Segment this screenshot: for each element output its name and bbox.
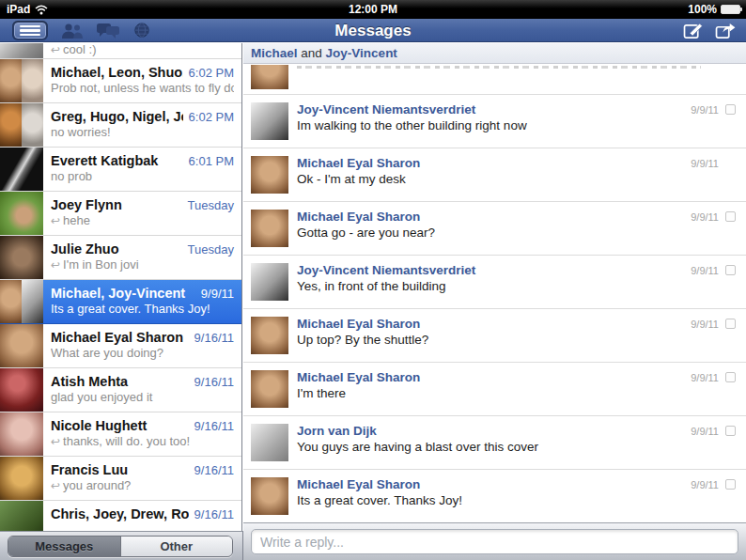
participant-link[interactable]: Michael bbox=[251, 46, 298, 60]
conversation-name: Michael Eyal Sharon bbox=[51, 330, 189, 345]
nav-bar: Messages bbox=[0, 19, 746, 42]
avatar bbox=[0, 324, 43, 367]
reply-icon: ↩ bbox=[51, 214, 60, 227]
avatar bbox=[0, 412, 43, 456]
avatar[interactable] bbox=[251, 102, 288, 140]
message-date: 9/9/11 bbox=[691, 265, 719, 276]
conversation-name: Chris, Joey, Drew, Rob, Fr... bbox=[51, 506, 189, 521]
conversation-preview: ↩I'm in Bon jovi bbox=[51, 257, 234, 272]
conversation-item[interactable]: Joey FlynnTuesday ↩hehe bbox=[0, 192, 241, 236]
avatar bbox=[0, 280, 43, 323]
conversation-name: Nicole Hughett bbox=[51, 418, 189, 433]
avatar bbox=[0, 192, 43, 235]
message-date: 9/9/11 bbox=[691, 479, 719, 490]
avatar bbox=[0, 236, 43, 279]
message-checkbox[interactable] bbox=[725, 372, 736, 382]
share-icon[interactable] bbox=[714, 23, 737, 39]
message-row: Michael Eyal Sharon Its a great cover. T… bbox=[243, 470, 746, 523]
message-text: Up top? By the shuttle? bbox=[297, 333, 657, 347]
message-text: Its a great cover. Thanks Joy! bbox=[297, 493, 657, 507]
avatar[interactable] bbox=[251, 263, 288, 301]
avatar[interactable] bbox=[251, 424, 288, 461]
battery-icon bbox=[721, 5, 740, 14]
avatar[interactable] bbox=[251, 317, 288, 354]
message-checkbox[interactable] bbox=[725, 104, 736, 115]
sender-link[interactable]: Michael Eyal Sharon bbox=[297, 210, 657, 224]
message-text: Gotta go - are you near? bbox=[297, 226, 657, 240]
app-screen: iPad 12:00 PM 100% bbox=[0, 0, 746, 560]
messages-other-segmented-control: Messages Other bbox=[8, 536, 233, 557]
conversation-item[interactable]: Julie ZhuoTuesday ↩I'm in Bon jovi bbox=[0, 236, 241, 280]
avatar bbox=[0, 59, 43, 102]
conversation-item[interactable]: Francis Luu9/16/11 ↩you around? bbox=[0, 457, 241, 501]
message-row-partial bbox=[243, 65, 746, 95]
message-row: Michael Eyal Sharon I'm there 9/9/11 bbox=[243, 363, 746, 416]
conversation-item[interactable]: Michael Eyal Sharon9/16/11 What are you … bbox=[0, 324, 241, 368]
sender-link[interactable]: Jorn van Dijk bbox=[297, 424, 657, 438]
sender-link[interactable]: Michael Eyal Sharon bbox=[297, 317, 657, 331]
sidebar-toolbar: Messages Other bbox=[0, 531, 243, 560]
message-checkbox[interactable] bbox=[725, 319, 736, 329]
avatar[interactable] bbox=[251, 65, 288, 89]
avatar bbox=[0, 457, 43, 500]
conversation-time: 9/16/11 bbox=[194, 331, 234, 345]
conversation-list: ↩cool :) Michael, Leon, Shuo, Jona...6:0… bbox=[0, 43, 242, 531]
message-checkbox[interactable] bbox=[725, 211, 736, 222]
tab-messages[interactable]: Messages bbox=[8, 537, 120, 556]
battery-percent: 100% bbox=[688, 3, 717, 16]
conversation-preview: no prob bbox=[51, 169, 234, 183]
sender-link[interactable]: Joy-Vincent Niemantsverdriet bbox=[297, 263, 657, 277]
message-text: Yes, in front of the building bbox=[297, 279, 657, 293]
avatar[interactable] bbox=[251, 156, 288, 194]
reply-icon: ↩ bbox=[51, 43, 60, 56]
conversation-name: Michael, Leon, Shuo, Jona... bbox=[51, 65, 183, 80]
participant-link[interactable]: Joy-Vincent bbox=[326, 46, 397, 60]
conversation-item[interactable]: Greg, Hugo, Nigel, Jeff,...6:02 PM no wo… bbox=[0, 103, 241, 148]
conversation-name: Julie Zhuo bbox=[51, 241, 182, 257]
conversation-item[interactable]: Everett Katigbak6:01 PM no prob bbox=[0, 148, 241, 192]
conversation-name: Michael, Joy-Vincent bbox=[51, 286, 195, 301]
message-text: You guys are having a blast over this co… bbox=[297, 440, 657, 454]
conversation-name: Greg, Hugo, Nigel, Jeff,... bbox=[51, 109, 183, 124]
conversation-preview: ↩you around? bbox=[51, 478, 234, 492]
message-row: Michael Eyal Sharon Gotta go - are you n… bbox=[243, 202, 746, 256]
conversation-name: Atish Mehta bbox=[51, 374, 189, 389]
message-checkbox[interactable] bbox=[725, 479, 736, 490]
conversation-item-partial[interactable]: ↩cool :) bbox=[0, 43, 241, 59]
reply-input[interactable] bbox=[251, 529, 738, 554]
sender-link[interactable]: Michael Eyal Sharon bbox=[297, 477, 657, 491]
message-text: Ok - I'm at my desk bbox=[297, 172, 657, 186]
conversation-item[interactable]: Michael, Leon, Shuo, Jona...6:02 PM Prob… bbox=[0, 59, 241, 103]
thread-header: Michael and Joy-Vincent bbox=[243, 43, 746, 64]
reply-icon: ↩ bbox=[51, 258, 60, 272]
message-date: 9/9/11 bbox=[691, 426, 719, 437]
message-text: Im walking to the other building right n… bbox=[297, 118, 657, 132]
message-checkbox[interactable] bbox=[725, 265, 736, 275]
message-row: Joy-Vincent Niemantsverdriet Im walking … bbox=[243, 95, 746, 148]
sender-link[interactable]: Joy-Vincent Niemantsverdriet bbox=[297, 102, 657, 117]
header-conjunction: and bbox=[301, 46, 325, 60]
clock: 12:00 PM bbox=[0, 3, 746, 16]
message-row: Jorn van Dijk You guys are having a blas… bbox=[243, 416, 746, 470]
conversation-preview: no worries! bbox=[51, 125, 234, 139]
message-checkbox[interactable] bbox=[725, 426, 736, 436]
message-list: Joy-Vincent Niemantsverdriet Im walking … bbox=[243, 65, 746, 523]
tab-other[interactable]: Other bbox=[120, 537, 233, 556]
avatar[interactable] bbox=[251, 370, 288, 408]
conversation-item[interactable]: Nicole Hughett9/16/11 ↩thanks, will do. … bbox=[0, 412, 241, 457]
conversation-item[interactable]: Atish Mehta9/16/11 glad you enjoyed it bbox=[0, 368, 241, 412]
compose-icon[interactable] bbox=[682, 23, 705, 39]
conversation-item[interactable]: Chris, Joey, Drew, Rob, Fr...9/16/11 bbox=[0, 501, 241, 531]
sender-link[interactable]: Michael Eyal Sharon bbox=[297, 370, 657, 384]
avatar bbox=[0, 368, 43, 412]
conversation-name: Francis Luu bbox=[51, 462, 189, 477]
avatar[interactable] bbox=[251, 477, 288, 515]
conversation-time: 9/9/11 bbox=[201, 287, 234, 301]
conversation-time: 9/16/11 bbox=[194, 375, 234, 389]
sender-link[interactable]: Michael Eyal Sharon bbox=[297, 156, 657, 170]
avatar[interactable] bbox=[251, 210, 288, 247]
conversation-item-selected[interactable]: Michael, Joy-Vincent9/9/11 Its a great c… bbox=[0, 280, 241, 324]
conversation-preview: Prob not, unless he wants to fly down ag… bbox=[51, 81, 234, 95]
message-row: Joy-Vincent Niemantsverdriet Yes, in fro… bbox=[243, 256, 746, 309]
avatar bbox=[0, 148, 43, 191]
